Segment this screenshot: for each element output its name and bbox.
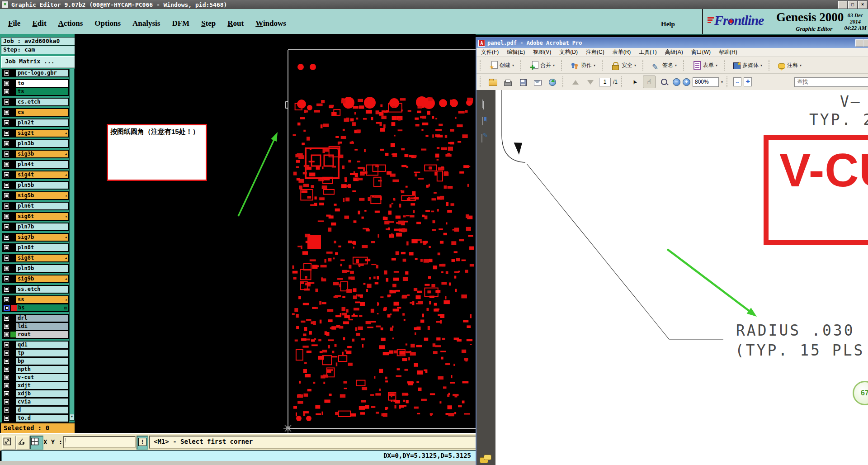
layer-row-pln6t[interactable]: pln6t bbox=[2, 202, 69, 210]
layer-visibility-checkbox[interactable] bbox=[4, 305, 10, 311]
layer-visibility-checkbox[interactable] bbox=[4, 203, 9, 209]
find-input[interactable]: 查找 bbox=[794, 77, 868, 87]
comment-task-button[interactable]: 注释▾ bbox=[776, 60, 804, 71]
layer-visibility-checkbox[interactable] bbox=[4, 234, 9, 240]
layer-row-ss.etch[interactable]: ss.etch bbox=[2, 285, 69, 294]
layer-visibility-checkbox[interactable] bbox=[4, 193, 9, 199]
acrobat-menu-7[interactable]: 高级(A) bbox=[665, 48, 683, 56]
acrobat-menu-0[interactable]: 文件(F) bbox=[481, 48, 499, 56]
alert-button[interactable]: ! bbox=[137, 436, 148, 450]
page-number-input[interactable]: 1 bbox=[599, 78, 611, 86]
layer-row-sig9b[interactable]: sig9b➤ bbox=[2, 275, 69, 283]
xy-input[interactable] bbox=[63, 436, 136, 448]
acrobat-minimize-button[interactable] bbox=[855, 39, 863, 47]
acrobat-maximize-button[interactable] bbox=[863, 39, 868, 47]
layer-visibility-checkbox[interactable] bbox=[4, 350, 9, 356]
layer-row-tp[interactable]: tp bbox=[2, 349, 69, 357]
job-matrix-button[interactable]: Job Matrix ... bbox=[1, 56, 78, 68]
layer-visibility-checkbox[interactable] bbox=[4, 81, 9, 86]
layer-row-qd1[interactable]: qd1 bbox=[2, 341, 69, 349]
pages-panel-button[interactable] bbox=[480, 100, 492, 111]
layer-visibility-checkbox[interactable] bbox=[4, 109, 9, 115]
select-tool-button[interactable]: ➤ bbox=[628, 76, 641, 88]
layer-visibility-checkbox[interactable] bbox=[4, 89, 9, 95]
open-button[interactable] bbox=[486, 76, 499, 88]
email-button[interactable] bbox=[531, 76, 544, 88]
layer-visibility-checkbox[interactable] bbox=[4, 255, 9, 261]
layer-visibility-checkbox[interactable] bbox=[4, 323, 9, 329]
layer-visibility-checkbox[interactable] bbox=[4, 315, 9, 321]
collaborate-task-button[interactable]: 协作▾ bbox=[568, 60, 598, 71]
layer-visibility-checkbox[interactable] bbox=[4, 70, 9, 76]
menu-windows[interactable]: Windows bbox=[255, 19, 286, 28]
acrobat-menu-9[interactable]: 帮助(H) bbox=[719, 48, 737, 56]
menu-analysis[interactable]: Analysis bbox=[132, 19, 160, 28]
menu-file[interactable]: File bbox=[8, 19, 20, 28]
layer-row-sig7b[interactable]: sig7b➤ bbox=[2, 233, 69, 242]
layer-row-drl[interactable]: drl bbox=[2, 314, 69, 323]
layer-row-pnc-logo.gbr[interactable]: pnc-logo.gbr bbox=[2, 69, 69, 77]
layer-visibility-checkbox[interactable] bbox=[4, 286, 9, 292]
menu-step[interactable]: Step bbox=[201, 19, 216, 28]
layer-row-ss[interactable]: ss➤ bbox=[2, 295, 69, 304]
menu-actions[interactable]: Actions bbox=[58, 19, 83, 28]
sign-task-button[interactable]: ✎签名▾ bbox=[650, 60, 679, 71]
layer-row-cs[interactable]: cs bbox=[2, 108, 69, 117]
layer-row-rout[interactable]: rout bbox=[2, 330, 69, 339]
menu-options[interactable]: Options bbox=[94, 19, 121, 28]
next-page-button[interactable] bbox=[584, 76, 597, 88]
upload-button[interactable] bbox=[546, 76, 559, 88]
acrobat-menu-3[interactable]: 文档(D) bbox=[559, 48, 578, 56]
layer-visibility-checkbox[interactable] bbox=[4, 245, 9, 251]
pdf-document[interactable]: V— TYP. 2 V-CUT RADIUS .030 (TYP. 15 PLS… bbox=[495, 90, 868, 465]
layer-row-npth[interactable]: npth bbox=[2, 365, 69, 374]
signatures-panel-button[interactable] bbox=[480, 134, 492, 145]
layer-visibility-checkbox[interactable] bbox=[4, 375, 9, 380]
minimize-button[interactable]: _ bbox=[838, 1, 847, 9]
hand-tool-button[interactable]: ☝ bbox=[643, 76, 656, 88]
acrobat-menu-4[interactable]: 注释(C) bbox=[586, 48, 604, 56]
maximize-button[interactable]: □ bbox=[848, 1, 857, 9]
layer-row-ldi[interactable]: ldi bbox=[2, 322, 69, 331]
layer-row-pln7b[interactable]: pln7b bbox=[2, 223, 69, 231]
comments-panel-button[interactable] bbox=[480, 457, 488, 463]
acrobat-menu-2[interactable]: 视图(V) bbox=[533, 48, 551, 56]
layer-visibility-checkbox[interactable] bbox=[4, 276, 9, 282]
angle-tool-button[interactable] bbox=[16, 436, 30, 450]
fit-width-button[interactable]: ↔ bbox=[733, 77, 741, 86]
layer-visibility-checkbox[interactable] bbox=[4, 161, 9, 167]
acrobat-menu-8[interactable]: 窗口(W) bbox=[691, 48, 711, 56]
layer-visibility-checkbox[interactable] bbox=[4, 224, 9, 230]
layer-row-sig2t[interactable]: sig2t➤ bbox=[2, 129, 69, 138]
layer-visibility-checkbox[interactable] bbox=[4, 407, 9, 413]
pcb-canvas[interactable]: 按图纸圆角（注意有15处！） bbox=[75, 34, 476, 433]
layer-visibility-checkbox[interactable] bbox=[4, 297, 9, 303]
fit-page-button[interactable]: ✚ bbox=[744, 77, 752, 86]
layer-row-pln2t[interactable]: pln2t bbox=[2, 119, 69, 127]
acrobat-menu-1[interactable]: 编辑(E) bbox=[507, 48, 525, 56]
marquee-zoom-button[interactable] bbox=[658, 76, 670, 88]
layer-row-to.d[interactable]: to.d bbox=[2, 414, 69, 422]
layer-row-pln4t[interactable]: pln4t bbox=[2, 160, 69, 169]
layer-row-sig5b[interactable]: sig5b➤ bbox=[2, 191, 69, 200]
acrobat-menu-6[interactable]: 工具(T) bbox=[639, 48, 656, 56]
layer-visibility-checkbox[interactable] bbox=[4, 342, 9, 348]
layer-visibility-checkbox[interactable] bbox=[4, 141, 9, 147]
zoom-in-button[interactable]: + bbox=[683, 78, 690, 86]
layer-visibility-checkbox[interactable] bbox=[4, 415, 9, 421]
layer-visibility-checkbox[interactable] bbox=[4, 391, 9, 397]
combine-task-button[interactable]: ✚合并▾ bbox=[528, 60, 557, 71]
menu-dfm[interactable]: DFM bbox=[172, 19, 189, 28]
previous-page-button[interactable] bbox=[569, 76, 582, 88]
layer-visibility-checkbox[interactable] bbox=[4, 332, 9, 337]
scroll-down-button[interactable]: ▼ bbox=[69, 414, 75, 420]
layer-visibility-checkbox[interactable] bbox=[4, 151, 9, 157]
layer-row-sig8t[interactable]: sig8t➤ bbox=[2, 254, 69, 262]
layer-row-cvia[interactable]: cvia bbox=[2, 398, 69, 406]
zoom-level-select[interactable]: 800% bbox=[693, 77, 719, 87]
menu-edit[interactable]: Edit bbox=[32, 19, 46, 28]
layer-visibility-checkbox[interactable] bbox=[4, 383, 9, 389]
create-task-button[interactable]: ✶创建▾ bbox=[487, 60, 516, 71]
layer-row-to[interactable]: to bbox=[2, 79, 69, 88]
multimedia-task-button[interactable]: 多媒体▾ bbox=[731, 60, 764, 71]
